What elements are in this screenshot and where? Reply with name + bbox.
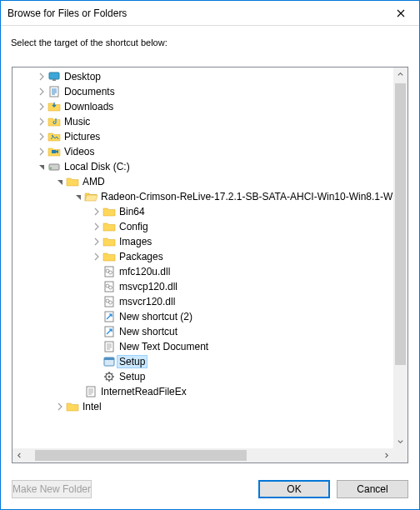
tree-item[interactable]: Radeon-Crimson-ReLive-17.2.1-SB-SATA-AHC…: [12, 189, 393, 204]
ok-button[interactable]: OK: [258, 480, 330, 498]
tree-item-label: Images: [119, 236, 152, 248]
tree-item-label: Config: [119, 221, 148, 232]
gear-icon: [102, 370, 116, 383]
scroll-right-icon[interactable]: [379, 448, 393, 462]
folder-icon: [102, 235, 116, 248]
scroll-down-icon[interactable]: [393, 434, 408, 448]
tree-item-label: mfc120u.dll: [119, 266, 170, 278]
tree-view[interactable]: DesktopDocumentsDownloadsMusicPicturesVi…: [12, 68, 393, 416]
chevron-right-icon[interactable]: [36, 86, 48, 98]
dll-icon: [102, 265, 116, 278]
tree-item-label: Local Disk (C:): [64, 161, 130, 172]
chevron-spacer: [91, 326, 102, 338]
chevron-right-icon[interactable]: [36, 116, 48, 128]
chevron-spacer: [91, 371, 102, 382]
tree-item[interactable]: Pictures: [12, 129, 393, 144]
tree-item-label: Intel: [82, 401, 102, 412]
folder-icon: [102, 220, 116, 233]
tree-item-label: New shortcut (2): [119, 311, 192, 322]
tree-item[interactable]: InternetReadFileEx: [12, 384, 393, 399]
tree-item[interactable]: Music: [12, 114, 393, 129]
folder-icon: [66, 175, 79, 188]
exe-icon: [102, 355, 116, 368]
tree-item-label: Desktop: [64, 71, 101, 82]
tree-item[interactable]: New Text Document: [12, 339, 393, 354]
dll-icon: [102, 280, 116, 293]
chevron-right-icon[interactable]: [36, 101, 48, 112]
tree-item[interactable]: Setup: [12, 369, 393, 384]
tree-item[interactable]: mfc120u.dll: [12, 264, 393, 279]
chevron-right-icon[interactable]: [91, 251, 102, 262]
footer: Make New Folder OK Cancel: [0, 468, 420, 510]
shortcut-icon: [102, 325, 116, 338]
chevron-down-icon[interactable]: [72, 191, 84, 202]
folder-open-icon: [84, 190, 98, 203]
tree-item[interactable]: AMD: [12, 174, 393, 189]
chevron-down-icon[interactable]: [54, 176, 66, 188]
tree-item[interactable]: Downloads: [12, 99, 393, 114]
tree-item[interactable]: Config: [12, 219, 393, 234]
music-icon: [48, 115, 61, 128]
chevron-right-icon[interactable]: [36, 131, 48, 142]
tree-item-label: Downloads: [64, 101, 113, 112]
tree-item[interactable]: msvcp120.dll: [12, 279, 393, 294]
chevron-spacer: [91, 311, 102, 322]
shortcut-icon: [102, 310, 116, 323]
tree-item[interactable]: Local Disk (C:): [12, 159, 393, 174]
chevron-spacer: [91, 296, 102, 308]
tree-item-label: msvcr120.dll: [119, 296, 175, 308]
doc-folder-icon: [48, 85, 61, 98]
folder-icon: [102, 250, 116, 263]
chevron-right-icon[interactable]: [36, 71, 48, 82]
desktop-icon: [48, 70, 61, 83]
instruction-text: Select the target of the shortcut below:: [1, 26, 419, 58]
tree-item-label: Packages: [119, 251, 163, 262]
chevron-down-icon[interactable]: [36, 161, 48, 172]
tree-item[interactable]: Packages: [12, 249, 393, 264]
scroll-up-icon[interactable]: [393, 68, 408, 82]
titlebar: Browse for Files or Folders: [1, 1, 419, 26]
chevron-spacer: [91, 356, 102, 368]
scroll-left-icon[interactable]: [12, 448, 27, 462]
videos-icon: [48, 145, 61, 158]
downloads-icon: [48, 100, 61, 113]
tree-item-label: New Text Document: [119, 341, 208, 352]
scrollbar-thumb[interactable]: [395, 83, 406, 365]
horizontal-scrollbar[interactable]: [12, 448, 393, 462]
chevron-right-icon[interactable]: [91, 206, 102, 218]
chevron-right-icon[interactable]: [91, 236, 102, 248]
chevron-right-icon[interactable]: [91, 221, 102, 232]
cancel-button[interactable]: Cancel: [337, 480, 408, 498]
tree-container: DesktopDocumentsDownloadsMusicPicturesVi…: [12, 67, 408, 463]
tree-item[interactable]: Videos: [12, 144, 393, 159]
tree-item[interactable]: Setup: [12, 354, 393, 369]
tree-item-label: Pictures: [64, 131, 100, 142]
tree-item[interactable]: Images: [12, 234, 393, 249]
vertical-scrollbar[interactable]: [393, 68, 408, 448]
chevron-right-icon[interactable]: [36, 146, 48, 158]
chevron-right-icon[interactable]: [54, 401, 66, 412]
pictures-icon: [48, 130, 61, 143]
scrollbar-corner: [393, 448, 408, 462]
tree-item-label: msvcp120.dll: [119, 281, 178, 292]
tree-item[interactable]: New shortcut (2): [12, 309, 393, 324]
tree-item[interactable]: Bin64: [12, 204, 393, 219]
chevron-spacer: [91, 266, 102, 278]
dll-icon: [102, 295, 116, 308]
tree-item-label: Music: [64, 116, 90, 128]
scrollbar-thumb[interactable]: [35, 450, 247, 461]
tree-item[interactable]: New shortcut: [12, 324, 393, 339]
close-button[interactable]: [382, 1, 419, 25]
tree-item-label: Documents: [64, 86, 115, 98]
chevron-spacer: [72, 386, 84, 398]
tree-item[interactable]: Intel: [12, 399, 393, 414]
window-title: Browse for Files or Folders: [8, 8, 382, 19]
tree-item-label: InternetReadFileEx: [101, 386, 187, 398]
disk-icon: [48, 160, 61, 173]
tree-item-label: AMD: [82, 176, 105, 188]
tree-item[interactable]: Documents: [12, 84, 393, 99]
tree-item-label: Videos: [64, 146, 94, 158]
tree-item[interactable]: Desktop: [12, 69, 393, 84]
make-new-folder-button: Make New Folder: [12, 480, 92, 498]
tree-item[interactable]: msvcr120.dll: [12, 294, 393, 309]
